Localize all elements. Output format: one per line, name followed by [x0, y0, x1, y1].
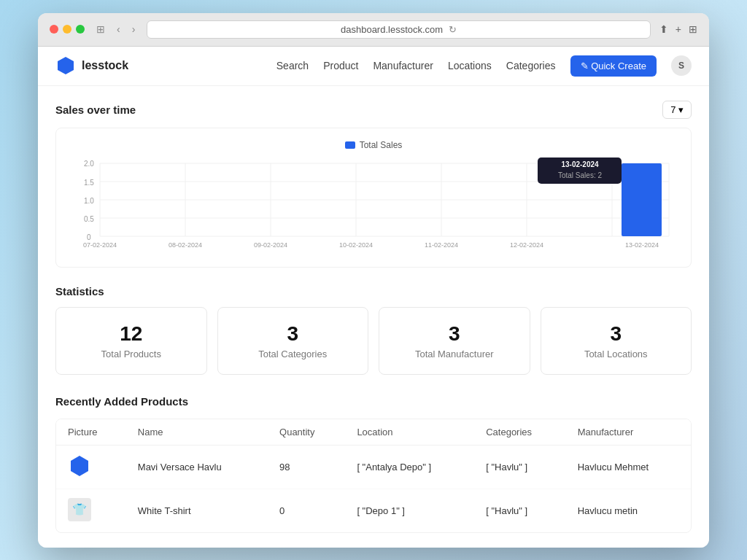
stat-number-locations: 3: [556, 322, 677, 346]
chart-wrapper: 2.0 1.5 1.0 0.5 0: [68, 158, 679, 255]
svg-text:1.5: 1.5: [84, 179, 94, 187]
browser-controls: ⊞ ‹ ›: [93, 22, 138, 36]
stat-card-manufacturer: 3 Total Manufacturer: [379, 307, 530, 375]
products-table-container: Picture Name Quantity Location Categorie…: [55, 419, 692, 533]
svg-marker-0: [58, 57, 74, 74]
svg-text:Total Sales: 2: Total Sales: 2: [558, 171, 602, 179]
address-bar[interactable]: dashboard.lesstock.com ↻: [147, 20, 650, 39]
share-icon[interactable]: ⬆: [659, 23, 668, 35]
products-table: Picture Name Quantity Location Categorie…: [56, 419, 691, 532]
minimize-button[interactable]: [63, 25, 71, 34]
stat-number-categories: 3: [233, 322, 354, 346]
svg-text:13-02-2024: 13-02-2024: [561, 160, 599, 168]
cell-picture: 👕: [56, 489, 126, 532]
chart-legend: Total Sales: [68, 140, 679, 150]
svg-text:08-02-2024: 08-02-2024: [169, 241, 202, 249]
cell-manufacturer: Havlucu Mehmet: [566, 445, 691, 489]
refresh-icon[interactable]: ↻: [449, 24, 457, 35]
cell-categories: [ "Havlu" ]: [474, 445, 565, 489]
logo-text: lesstock: [82, 59, 128, 72]
sales-title: Sales over time: [55, 104, 136, 116]
table-row: Mavi Versace Havlu 98 [ "Antalya Depo" ]…: [56, 445, 691, 489]
svg-text:13-02-2024: 13-02-2024: [625, 241, 659, 249]
col-manufacturer: Manufacturer: [566, 419, 691, 446]
legend-color: [345, 141, 355, 149]
cell-manufacturer: Havlucu metin: [566, 489, 691, 532]
svg-rect-19: [622, 163, 662, 236]
new-tab-icon[interactable]: +: [676, 23, 681, 35]
period-select[interactable]: 7 ▾: [662, 101, 692, 119]
svg-text:07-02-2024: 07-02-2024: [83, 241, 117, 249]
product-hex-icon: [68, 454, 91, 478]
nav-locations[interactable]: Locations: [448, 60, 492, 71]
stat-card-locations: 3 Total Locations: [541, 307, 692, 375]
svg-marker-30: [71, 456, 88, 476]
chart-svg: 2.0 1.5 1.0 0.5 0: [68, 158, 679, 252]
legend-label: Total Sales: [360, 140, 403, 150]
stat-card-products: 12 Total Products: [55, 307, 207, 375]
forward-button[interactable]: ›: [129, 22, 139, 36]
nav-categories[interactable]: Categories: [506, 60, 556, 71]
nav-manufacturer[interactable]: Manufacturer: [373, 60, 433, 71]
back-button[interactable]: ‹: [114, 22, 123, 36]
svg-text:0: 0: [87, 233, 91, 241]
traffic-lights: [50, 25, 85, 34]
tabs-icon[interactable]: ⊞: [689, 23, 697, 35]
quick-create-label: ✎ Quick Create: [581, 61, 646, 71]
svg-text:2.0: 2.0: [84, 160, 94, 168]
stat-number-manufacturer: 3: [394, 322, 515, 346]
svg-text:👕: 👕: [72, 502, 87, 516]
main-content: Sales over time 7 ▾ Total Sales 2.0 1.5 …: [38, 86, 709, 548]
products-title: Recently Added Products: [55, 395, 188, 408]
table-body: Mavi Versace Havlu 98 [ "Antalya Depo" ]…: [56, 445, 691, 532]
browser-window: ⊞ ‹ › dashboard.lesstock.com ↻ ⬆ + ⊞ les…: [38, 13, 709, 548]
table-header: Picture Name Quantity Location Categorie…: [56, 419, 691, 446]
nav-links: Search Product Manufacturer Locations Ca…: [276, 55, 692, 77]
chart-container: Total Sales 2.0 1.5 1.0 0.5 0: [55, 128, 692, 268]
stat-label-products: Total Products: [71, 349, 192, 359]
avatar[interactable]: S: [671, 55, 692, 76]
svg-text:10-02-2024: 10-02-2024: [339, 241, 373, 249]
statistics-section: Statistics 12 Total Products 3 Total Cat…: [55, 285, 692, 375]
stat-card-categories: 3 Total Categories: [217, 307, 369, 375]
cell-name: Mavi Versace Havlu: [126, 445, 268, 489]
table-row: 👕 White T-shirt 0 [ "Depo 1" ] [ "Havlu"…: [56, 489, 691, 532]
navbar: lesstock Search Product Manufacturer Loc…: [38, 47, 709, 86]
maximize-button[interactable]: [76, 25, 85, 34]
col-categories: Categories: [474, 419, 565, 446]
nav-product[interactable]: Product: [323, 60, 358, 71]
svg-text:09-02-2024: 09-02-2024: [254, 241, 287, 249]
app-body: lesstock Search Product Manufacturer Loc…: [38, 47, 709, 548]
logo-icon: [55, 55, 76, 76]
stat-number-products: 12: [71, 322, 192, 346]
col-quantity: Quantity: [268, 419, 345, 446]
stat-label-manufacturer: Total Manufacturer: [394, 349, 515, 359]
products-section: Recently Added Products Picture Name Qua…: [55, 395, 692, 533]
cell-picture: [56, 445, 126, 489]
statistics-title: Statistics: [55, 285, 104, 298]
cell-location: [ "Depo 1" ]: [345, 489, 474, 532]
cell-name: White T-shirt: [126, 489, 268, 532]
nav-search[interactable]: Search: [276, 60, 309, 71]
stats-grid: 12 Total Products 3 Total Categories 3 T…: [55, 307, 692, 375]
sidebar-toggle[interactable]: ⊞: [93, 22, 108, 36]
period-value: 7 ▾: [670, 104, 684, 115]
sales-section-header: Sales over time 7 ▾: [55, 101, 692, 119]
quick-create-button[interactable]: ✎ Quick Create: [570, 55, 657, 77]
browser-chrome: ⊞ ‹ › dashboard.lesstock.com ↻ ⬆ + ⊞: [38, 13, 709, 47]
browser-actions: ⬆ + ⊞: [659, 23, 697, 35]
col-location: Location: [345, 419, 474, 446]
product-img-icon: 👕: [68, 498, 91, 521]
col-name: Name: [126, 419, 268, 446]
svg-text:12-02-2024: 12-02-2024: [510, 241, 543, 249]
cell-location: [ "Antalya Depo" ]: [345, 445, 474, 489]
cell-categories: [ "Havlu" ]: [474, 489, 565, 532]
address-text: dashboard.lesstock.com: [341, 24, 443, 35]
cell-quantity: 98: [268, 445, 345, 489]
svg-text:11-02-2024: 11-02-2024: [425, 241, 458, 249]
cell-quantity: 0: [268, 489, 345, 532]
stat-label-categories: Total Categories: [233, 349, 354, 359]
col-picture: Picture: [56, 419, 126, 446]
close-button[interactable]: [50, 25, 58, 34]
logo: lesstock: [55, 55, 128, 76]
